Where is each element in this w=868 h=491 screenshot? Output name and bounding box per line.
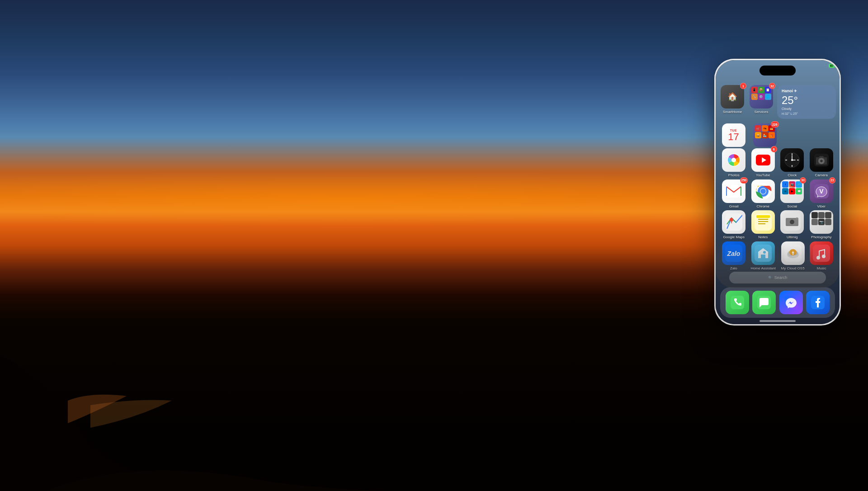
chrome-icon bbox=[751, 179, 775, 203]
svg-rect-28 bbox=[758, 219, 768, 220]
row1: 🏠 1 SmartHome 📱 📦 📋 🔧 bbox=[719, 85, 836, 119]
svg-point-34 bbox=[790, 220, 794, 224]
svg-point-1 bbox=[731, 158, 736, 162]
gmail-badge: 250 bbox=[740, 177, 748, 184]
calendar-date: 17 bbox=[728, 132, 739, 142]
svg-rect-30 bbox=[758, 223, 765, 224]
app-services[interactable]: 📱 📦 📋 🔧 ⚙️ 🌐 32 Services bbox=[748, 85, 774, 114]
viber-badge: 23 bbox=[829, 177, 835, 184]
svg-point-22 bbox=[760, 189, 766, 194]
app-viber[interactable]: V 23 Viber bbox=[810, 179, 833, 209]
photography-icon: 📷 bbox=[810, 210, 833, 234]
youtube-label: YouTube bbox=[756, 173, 770, 178]
weather-city: Hanoi ✈ bbox=[782, 89, 831, 93]
svg-text:V: V bbox=[819, 188, 824, 195]
app-photos[interactable]: Photos bbox=[722, 148, 745, 178]
dynamic-island bbox=[760, 66, 796, 76]
shopping-icon: 🛒 🛍 💳 📦 🏪 🎁 226 bbox=[753, 123, 777, 147]
photos-icon bbox=[722, 148, 745, 172]
phone-screen: 67 🏠 1 SmartHome bbox=[716, 60, 840, 324]
youtube-badge: 6 bbox=[771, 146, 777, 152]
social-icon: f 📷 🐦 in ▶ 💬 30 bbox=[780, 179, 804, 203]
social-label: Social bbox=[787, 204, 797, 209]
gmail-icon: 250 bbox=[722, 179, 745, 203]
gmail-label: Gmail bbox=[729, 204, 739, 209]
youtube-icon: 6 bbox=[751, 148, 775, 172]
dock-facebook-icon bbox=[806, 291, 830, 314]
dock-messenger[interactable] bbox=[779, 291, 803, 314]
svg-rect-31 bbox=[756, 215, 770, 218]
services-label: Services bbox=[755, 110, 769, 114]
shopping-badge: 226 bbox=[771, 121, 779, 127]
svg-point-12 bbox=[791, 159, 793, 161]
smarthome-badge: 1 bbox=[740, 83, 746, 89]
services-badge: 32 bbox=[769, 83, 775, 89]
phone-frame: 67 🏠 1 SmartHome bbox=[714, 59, 841, 326]
calendar-icon: TUE 17 bbox=[722, 123, 745, 147]
dock-facebook[interactable] bbox=[806, 291, 830, 314]
battery-badge: 67 bbox=[829, 64, 835, 68]
svg-rect-29 bbox=[758, 221, 768, 222]
smarthome-label: SmartHome bbox=[723, 110, 742, 114]
dock-messages[interactable] bbox=[752, 291, 776, 314]
weather-desc: Cloudy bbox=[782, 107, 831, 110]
maps-icon bbox=[722, 210, 745, 234]
app-youtube[interactable]: 6 YouTube bbox=[751, 148, 775, 178]
ultimig-icon bbox=[780, 210, 804, 234]
dock bbox=[720, 287, 835, 318]
phone-wrapper: 67 🏠 1 SmartHome bbox=[714, 59, 841, 326]
chrome-label: Chrome bbox=[757, 204, 769, 209]
services-icon: 📱 📦 📋 🔧 ⚙️ 🌐 32 bbox=[750, 85, 773, 109]
camera-icon bbox=[810, 148, 833, 172]
weather-hl: H:32° L:25° bbox=[782, 112, 831, 115]
app-camera[interactable]: Camera bbox=[810, 148, 833, 178]
viber-label: Viber bbox=[817, 204, 826, 209]
app-clock[interactable]: Clock bbox=[780, 148, 804, 178]
dock-phone-icon bbox=[726, 291, 749, 314]
app-row-3: Photos 6 YouTube bbox=[719, 148, 836, 178]
app-chrome[interactable]: Chrome bbox=[751, 179, 775, 209]
notes-icon bbox=[751, 210, 775, 234]
app-social[interactable]: f 📷 🐦 in ▶ 💬 30 Social bbox=[780, 179, 804, 209]
app-gmail[interactable]: 250 Gmail bbox=[722, 179, 745, 209]
app-smarthome[interactable]: 🏠 1 SmartHome bbox=[719, 85, 745, 114]
weather-widget[interactable]: Hanoi ✈ 25° Cloudy H:32° L:25° bbox=[777, 85, 836, 119]
dock-messages-icon bbox=[752, 291, 776, 314]
viber-icon: V 23 bbox=[810, 179, 833, 203]
home-screen: 67 🏠 1 SmartHome bbox=[716, 60, 840, 324]
svg-point-35 bbox=[796, 217, 798, 220]
weather-temp: 25° bbox=[782, 95, 831, 106]
camera-label: Camera bbox=[815, 173, 828, 178]
dock-phone[interactable] bbox=[726, 291, 749, 314]
social-badge: 30 bbox=[800, 177, 806, 184]
wing-silhouette bbox=[0, 220, 407, 491]
dock-messenger-icon bbox=[779, 291, 803, 314]
clock-icon bbox=[780, 148, 804, 172]
clock-label: Clock bbox=[788, 173, 797, 178]
photos-label: Photos bbox=[728, 173, 740, 178]
home-indicator bbox=[760, 320, 796, 322]
smarthome-icon: 🏠 1 bbox=[721, 85, 744, 109]
app-row-4: 250 Gmail bbox=[719, 179, 836, 209]
